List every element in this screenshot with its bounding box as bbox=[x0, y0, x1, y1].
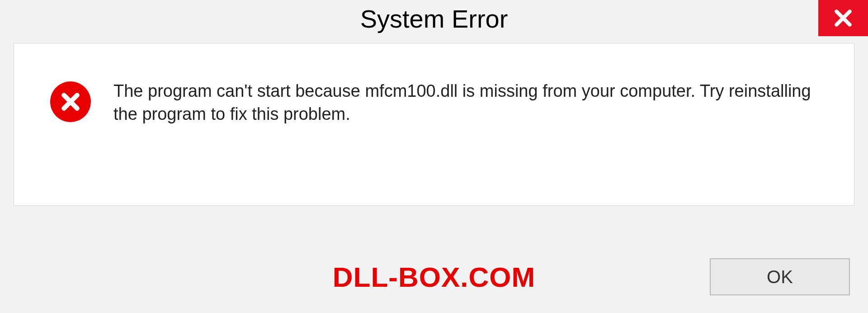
close-icon bbox=[833, 8, 853, 28]
titlebar: System Error bbox=[0, 0, 868, 43]
error-message: The program can't start because mfcm100.… bbox=[113, 80, 827, 126]
message-panel: The program can't start because mfcm100.… bbox=[14, 43, 854, 206]
error-icon bbox=[50, 81, 91, 122]
ok-button[interactable]: OK bbox=[710, 258, 850, 295]
close-button[interactable] bbox=[818, 0, 868, 36]
watermark-text: DLL-BOX.COM bbox=[333, 261, 535, 293]
dialog-footer: DLL-BOX.COM OK bbox=[0, 250, 868, 304]
dialog-title: System Error bbox=[360, 4, 508, 34]
